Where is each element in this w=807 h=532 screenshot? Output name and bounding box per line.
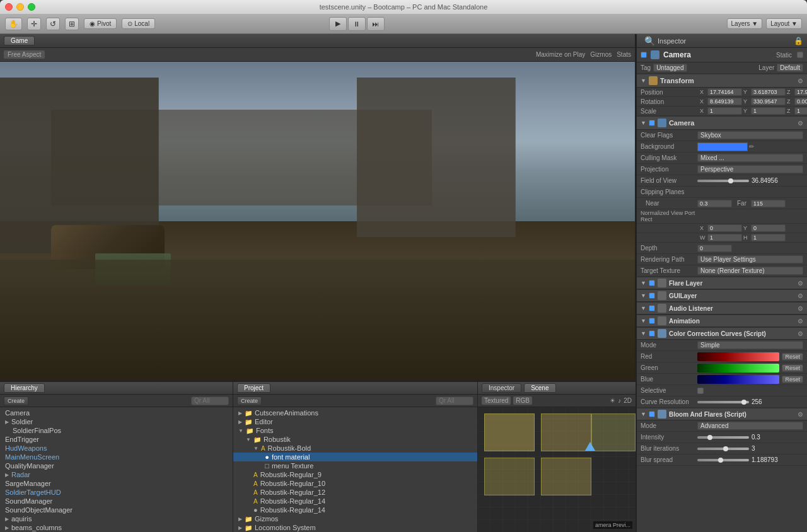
tag-value[interactable]: Untagged [653,64,687,72]
list-item[interactable]: ARobustik-Regular_9 [233,470,477,479]
flare-enabled-checkbox[interactable] [649,280,655,286]
gizmos-btn[interactable]: Gizmos [590,51,612,58]
list-item[interactable]: ▶📁CutsceneAnimations [233,408,477,417]
fov-value[interactable]: 36.84956 [752,177,803,184]
pivot-button[interactable]: ◉Pivot [84,18,117,29]
position-y[interactable]: 3.618703 [751,88,786,96]
scale-y[interactable]: 1 [751,107,786,115]
static-checkbox[interactable] [797,52,803,58]
list-item[interactable]: QualityManager [0,461,233,470]
bloom-enabled-checkbox[interactable] [649,411,655,417]
blur-iter-slider[interactable] [697,448,749,450]
red-curve[interactable] [697,352,779,361]
camera-enabled-checkbox[interactable] [649,120,655,126]
transform-section[interactable]: ▼ Transform ⚙ [637,74,807,88]
hierarchy-tab[interactable]: Hierarchy [4,383,45,393]
audio-listener-section[interactable]: ▼ Audio Listener ⚙ [637,302,807,315]
position-z[interactable]: 17.97578 [794,88,807,96]
green-reset-btn[interactable]: Reset [782,364,803,372]
free-aspect-select[interactable]: Free Aspect [4,50,45,59]
list-item[interactable]: ▶aquiris [0,514,233,523]
rotate-tool-btn[interactable]: ↺ [46,18,60,30]
rgb-select[interactable]: RGB [513,396,532,405]
scene-tab[interactable]: Scene [524,383,555,393]
anim-enabled-checkbox[interactable] [649,318,655,324]
intensity-slider[interactable] [697,436,749,439]
pause-button[interactable]: ⏸ [348,17,366,31]
list-item[interactable]: SoundManager [0,497,233,506]
list-item[interactable]: ▶Radar [0,470,233,479]
list-item[interactable]: HudWeapons [0,444,233,453]
step-button[interactable]: ⏭ [367,17,385,31]
cc-gear-icon[interactable]: ⚙ [798,330,803,337]
hand-tool-btn[interactable]: ✋ [5,18,22,30]
audio-enabled-checkbox[interactable] [649,305,655,311]
color-correction-section[interactable]: ▼ Color Correction Curves (Script) ⚙ [637,327,807,340]
color-picker-icon[interactable]: ✏ [749,143,754,150]
stats-btn[interactable]: Stats [617,51,631,58]
anim-gear-icon[interactable]: ⚙ [798,318,803,325]
scene-2d-btn[interactable]: 2D [624,397,632,404]
rotation-x[interactable]: 8.649139 [707,98,742,105]
audio-gear-icon[interactable]: ⚙ [798,305,803,312]
list-item[interactable]: ▶📁Gizmos [233,514,477,523]
list-item[interactable]: SoldierFinalPos [0,426,233,435]
local-button[interactable]: ⊙Local [122,18,155,29]
red-reset-btn[interactable]: Reset [782,353,803,361]
curve-res-slider[interactable] [697,401,749,403]
intensity-value[interactable]: 0.3 [752,434,803,441]
green-curve[interactable] [697,364,779,373]
scale-z[interactable]: 1 [794,107,807,115]
culling-mask-select[interactable]: Mixed ... [697,154,803,162]
list-item[interactable]: SoldierTargetHUD [0,488,233,497]
scale-tool-btn[interactable]: ⊞ [65,18,79,30]
list-item[interactable]: SargeManager [0,479,233,488]
list-item[interactable]: ▼ARobustik-Bold [233,444,477,453]
project-tab[interactable]: Project [237,383,270,393]
list-item[interactable]: ▶📁Locomotion System [233,523,477,532]
transform-gear-icon[interactable]: ⚙ [798,78,803,84]
flare-gear-icon[interactable]: ⚙ [798,280,803,287]
far-value[interactable]: 115 [751,200,786,207]
hierarchy-search[interactable] [191,396,229,405]
background-color-swatch[interactable] [697,142,748,151]
blur-spread-value[interactable]: 1.188793 [752,456,803,463]
list-item[interactable]: MainMenuScreen [0,453,233,461]
maximize-button[interactable] [28,3,35,11]
gui-gear-icon[interactable]: ⚙ [798,292,803,299]
minimize-button[interactable] [16,3,24,11]
vp-x[interactable]: 0 [707,224,742,232]
bloom-mode-select[interactable]: Advanced [697,422,803,430]
bloom-section[interactable]: ▼ Bloom And Flares (Script) ⚙ [637,408,807,420]
rotation-y[interactable]: 330.9547 [751,98,786,105]
list-item[interactable]: ARobustik-Regular_10 [233,479,477,488]
object-enabled-checkbox[interactable] [641,52,647,58]
layers-select[interactable]: Layers ▼ [727,18,763,29]
vp-w[interactable]: 1 [707,234,742,241]
maximize-on-play-btn[interactable]: Maximize on Play [536,51,585,58]
cc-enabled-checkbox[interactable] [649,330,655,337]
scale-x[interactable]: 1 [707,107,742,115]
move-tool-btn[interactable]: ✛ [27,18,41,30]
list-item[interactable]: ▼📁Robustik [233,435,477,444]
project-search[interactable] [436,396,473,405]
blur-iter-value[interactable]: 3 [752,445,803,452]
list-item[interactable]: EndTrigger [0,435,233,444]
list-item[interactable]: ●Robustik-Regular_14 [233,506,477,514]
list-item[interactable]: □menu Texture [233,461,477,470]
list-item[interactable]: ▶beams_columns [0,523,233,532]
flare-layer-section[interactable]: ▼ Flare Layer ⚙ [637,277,807,289]
vp-y[interactable]: 0 [751,224,786,232]
play-button[interactable]: ▶ [329,17,347,31]
cc-mode-select[interactable]: Simple [697,341,803,349]
inspector-bottom-tab[interactable]: Inspector [482,383,521,393]
list-item[interactable]: Camera [0,408,233,417]
camera-gear-icon[interactable]: ⚙ [798,120,803,127]
game-tab[interactable]: Game [4,36,35,45]
close-button[interactable] [5,3,13,11]
gui-enabled-checkbox[interactable] [649,292,655,299]
position-x[interactable]: 17.74164 [707,88,742,96]
scene-audio-btn[interactable]: ♪ [618,397,621,404]
list-item[interactable]: SoundObjectManager [0,506,233,514]
depth-value[interactable]: 0 [697,245,732,252]
